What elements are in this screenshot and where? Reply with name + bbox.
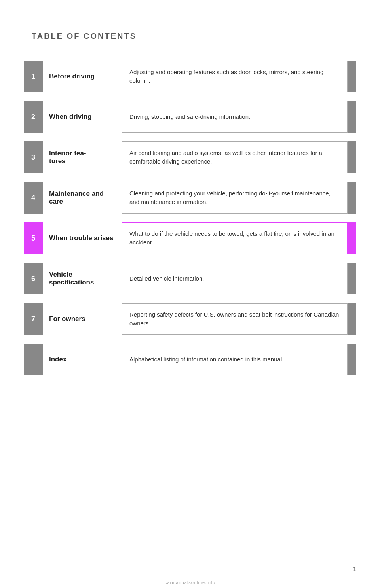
chapter-number: 6 bbox=[24, 263, 43, 294]
chapter-desc-wrapper: Alphabetical listing of information cont… bbox=[122, 344, 356, 375]
page-number: 1 bbox=[353, 565, 356, 572]
watermark: carmanualsonline.info bbox=[165, 580, 215, 585]
chapter-name: Interior fea- tures bbox=[43, 141, 122, 173]
toc-row: 7For ownersReporting safety defects for … bbox=[24, 303, 356, 335]
chapter-description: What to do if the vehicle needs to be to… bbox=[122, 222, 348, 254]
chapter-number: 2 bbox=[24, 101, 43, 133]
chapter-name: Before driving bbox=[43, 61, 122, 92]
chapter-desc-wrapper: Reporting safety defects for U.S. owners… bbox=[122, 303, 356, 335]
chapter-tab bbox=[348, 263, 356, 294]
toc-row: IndexAlphabetical listing of information… bbox=[24, 344, 356, 375]
chapter-name: When driving bbox=[43, 101, 122, 133]
chapter-name: When trouble arises bbox=[43, 222, 122, 254]
chapter-tab bbox=[348, 182, 356, 214]
chapter-tab bbox=[348, 101, 356, 133]
chapter-desc-wrapper: Driving, stopping and safe-driving infor… bbox=[122, 101, 356, 133]
toc-row: 1Before drivingAdjusting and operating f… bbox=[24, 61, 356, 92]
chapter-tab bbox=[348, 303, 356, 335]
chapter-tab bbox=[348, 344, 356, 375]
chapter-description: Driving, stopping and safe-driving infor… bbox=[122, 101, 348, 133]
chapter-desc-wrapper: Detailed vehicle information. bbox=[122, 263, 356, 294]
chapter-number: 4 bbox=[24, 182, 43, 214]
page: TABLE OF CONTENTS 1Before drivingAdjusti… bbox=[0, 0, 380, 588]
chapter-tab bbox=[348, 61, 356, 92]
chapter-name: Maintenance and care bbox=[43, 182, 122, 214]
chapter-number: 5 bbox=[24, 222, 43, 254]
chapter-desc-wrapper: Adjusting and operating features such as… bbox=[122, 61, 356, 92]
chapter-name: For owners bbox=[43, 303, 122, 335]
toc-list: 1Before drivingAdjusting and operating f… bbox=[24, 61, 356, 375]
toc-row: 3Interior fea- turesAir conditioning and… bbox=[24, 141, 356, 173]
chapter-desc-wrapper: Cleaning and protecting your vehicle, pe… bbox=[122, 182, 356, 214]
chapter-desc-wrapper: Air conditioning and audio systems, as w… bbox=[122, 141, 356, 173]
toc-row: 6Vehicle specificationsDetailed vehicle … bbox=[24, 263, 356, 294]
chapter-number: 1 bbox=[24, 61, 43, 92]
chapter-description: Alphabetical listing of information cont… bbox=[122, 344, 348, 375]
page-title: TABLE OF CONTENTS bbox=[32, 32, 356, 41]
chapter-number bbox=[24, 344, 43, 375]
chapter-tab bbox=[348, 222, 356, 254]
chapter-description: Cleaning and protecting your vehicle, pe… bbox=[122, 182, 348, 214]
toc-row: 4Maintenance and careCleaning and protec… bbox=[24, 182, 356, 214]
chapter-description: Reporting safety defects for U.S. owners… bbox=[122, 303, 348, 335]
chapter-name: Vehicle specifications bbox=[43, 263, 122, 294]
chapter-description: Adjusting and operating features such as… bbox=[122, 61, 348, 92]
chapter-number: 7 bbox=[24, 303, 43, 335]
toc-row: 5When trouble arisesWhat to do if the ve… bbox=[24, 222, 356, 254]
chapter-number: 3 bbox=[24, 141, 43, 173]
chapter-description: Detailed vehicle information. bbox=[122, 263, 348, 294]
chapter-name: Index bbox=[43, 344, 122, 375]
toc-row: 2When drivingDriving, stopping and safe-… bbox=[24, 101, 356, 133]
chapter-description: Air conditioning and audio systems, as w… bbox=[122, 141, 348, 173]
chapter-tab bbox=[348, 141, 356, 173]
chapter-desc-wrapper: What to do if the vehicle needs to be to… bbox=[122, 222, 356, 254]
